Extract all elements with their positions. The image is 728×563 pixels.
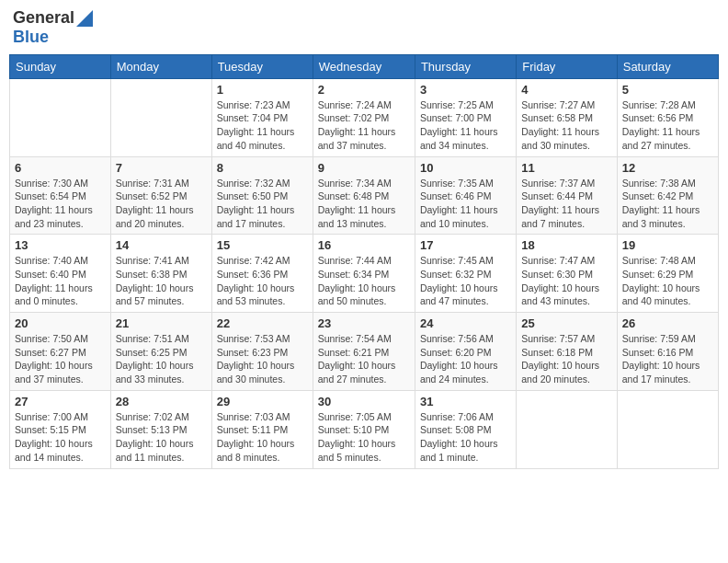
calendar-cell <box>617 390 718 468</box>
day-info: Sunrise: 7:54 AM Sunset: 6:21 PM Dayligh… <box>318 332 410 386</box>
day-number: 18 <box>521 238 611 252</box>
day-info: Sunrise: 7:45 AM Sunset: 6:32 PM Dayligh… <box>420 254 511 308</box>
day-info: Sunrise: 7:28 AM Sunset: 6:56 PM Dayligh… <box>622 98 713 153</box>
day-info: Sunrise: 7:27 AM Sunset: 6:58 PM Dayligh… <box>521 98 611 153</box>
day-info: Sunrise: 7:53 AM Sunset: 6:23 PM Dayligh… <box>217 332 308 386</box>
day-number: 30 <box>318 395 410 408</box>
day-info: Sunrise: 7:34 AM Sunset: 6:48 PM Dayligh… <box>318 177 410 231</box>
day-number: 8 <box>217 161 308 175</box>
day-number: 9 <box>318 161 410 175</box>
day-info: Sunrise: 7:05 AM Sunset: 5:10 PM Dayligh… <box>318 410 410 465</box>
day-info: Sunrise: 7:44 AM Sunset: 6:34 PM Dayligh… <box>318 254 410 308</box>
day-info: Sunrise: 7:06 AM Sunset: 5:08 PM Dayligh… <box>420 410 511 465</box>
day-info: Sunrise: 7:35 AM Sunset: 6:46 PM Dayligh… <box>420 177 511 231</box>
calendar-cell: 12Sunrise: 7:38 AM Sunset: 6:42 PM Dayli… <box>617 156 718 235</box>
day-number: 7 <box>116 161 207 175</box>
calendar-cell: 26Sunrise: 7:59 AM Sunset: 6:16 PM Dayli… <box>617 313 718 391</box>
day-info: Sunrise: 7:37 AM Sunset: 6:44 PM Dayligh… <box>521 177 611 231</box>
day-number: 3 <box>420 83 511 97</box>
logo-blue-text: Blue <box>13 28 49 47</box>
day-info: Sunrise: 7:41 AM Sunset: 6:38 PM Dayligh… <box>116 254 207 308</box>
calendar-day-header: Friday <box>517 54 617 78</box>
day-number: 27 <box>15 395 106 408</box>
day-number: 5 <box>622 83 713 97</box>
calendar-week-row: 27Sunrise: 7:00 AM Sunset: 5:15 PM Dayli… <box>10 390 719 468</box>
day-number: 10 <box>420 161 511 175</box>
day-info: Sunrise: 7:59 AM Sunset: 6:16 PM Dayligh… <box>622 332 713 386</box>
calendar-day-header: Tuesday <box>211 54 313 78</box>
calendar-cell: 11Sunrise: 7:37 AM Sunset: 6:44 PM Dayli… <box>517 156 617 235</box>
day-number: 17 <box>420 238 511 252</box>
day-info: Sunrise: 7:30 AM Sunset: 6:54 PM Dayligh… <box>15 177 106 231</box>
calendar-day-header: Saturday <box>617 54 718 78</box>
header: General Blue <box>9 9 719 47</box>
day-info: Sunrise: 7:23 AM Sunset: 7:04 PM Dayligh… <box>217 98 308 153</box>
day-number: 2 <box>318 83 410 97</box>
calendar-cell: 13Sunrise: 7:40 AM Sunset: 6:40 PM Dayli… <box>10 235 111 313</box>
day-number: 22 <box>217 316 308 330</box>
calendar-cell: 19Sunrise: 7:48 AM Sunset: 6:29 PM Dayli… <box>617 235 718 313</box>
calendar-header-row: SundayMondayTuesdayWednesdayThursdayFrid… <box>10 54 719 78</box>
calendar-day-header: Monday <box>110 54 211 78</box>
day-info: Sunrise: 7:38 AM Sunset: 6:42 PM Dayligh… <box>622 177 713 231</box>
calendar-cell: 3Sunrise: 7:25 AM Sunset: 7:00 PM Daylig… <box>415 78 516 156</box>
day-number: 15 <box>217 238 308 252</box>
day-number: 19 <box>622 238 713 252</box>
calendar-cell: 23Sunrise: 7:54 AM Sunset: 6:21 PM Dayli… <box>313 313 415 391</box>
day-number: 26 <box>622 316 713 330</box>
calendar-table: SundayMondayTuesdayWednesdayThursdayFrid… <box>9 54 719 469</box>
day-info: Sunrise: 7:57 AM Sunset: 6:18 PM Dayligh… <box>521 332 611 386</box>
calendar-cell: 21Sunrise: 7:51 AM Sunset: 6:25 PM Dayli… <box>110 313 211 391</box>
calendar-cell: 27Sunrise: 7:00 AM Sunset: 5:15 PM Dayli… <box>10 390 111 468</box>
calendar-cell: 15Sunrise: 7:42 AM Sunset: 6:36 PM Dayli… <box>211 235 313 313</box>
day-info: Sunrise: 7:42 AM Sunset: 6:36 PM Dayligh… <box>217 254 308 308</box>
day-number: 20 <box>15 316 106 330</box>
calendar-cell: 25Sunrise: 7:57 AM Sunset: 6:18 PM Dayli… <box>517 313 617 391</box>
day-info: Sunrise: 7:32 AM Sunset: 6:50 PM Dayligh… <box>217 177 308 231</box>
calendar-cell <box>110 78 211 156</box>
logo-triangle-icon <box>76 10 93 27</box>
day-number: 31 <box>420 395 511 408</box>
calendar-week-row: 6Sunrise: 7:30 AM Sunset: 6:54 PM Daylig… <box>10 156 719 235</box>
svg-marker-0 <box>76 10 93 27</box>
day-info: Sunrise: 7:31 AM Sunset: 6:52 PM Dayligh… <box>116 177 207 231</box>
calendar-cell: 17Sunrise: 7:45 AM Sunset: 6:32 PM Dayli… <box>415 235 516 313</box>
day-number: 1 <box>217 83 308 97</box>
day-number: 16 <box>318 238 410 252</box>
calendar-week-row: 1Sunrise: 7:23 AM Sunset: 7:04 PM Daylig… <box>10 78 719 156</box>
logo-general-text: General <box>13 9 74 28</box>
day-number: 24 <box>420 316 511 330</box>
day-number: 29 <box>217 395 308 408</box>
day-number: 12 <box>622 161 713 175</box>
day-number: 25 <box>521 316 611 330</box>
calendar-cell: 10Sunrise: 7:35 AM Sunset: 6:46 PM Dayli… <box>415 156 516 235</box>
calendar-cell: 18Sunrise: 7:47 AM Sunset: 6:30 PM Dayli… <box>517 235 617 313</box>
day-info: Sunrise: 7:02 AM Sunset: 5:13 PM Dayligh… <box>116 410 207 465</box>
day-info: Sunrise: 7:51 AM Sunset: 6:25 PM Dayligh… <box>116 332 207 386</box>
calendar-cell: 4Sunrise: 7:27 AM Sunset: 6:58 PM Daylig… <box>517 78 617 156</box>
day-info: Sunrise: 7:03 AM Sunset: 5:11 PM Dayligh… <box>217 410 308 465</box>
calendar-cell: 24Sunrise: 7:56 AM Sunset: 6:20 PM Dayli… <box>415 313 516 391</box>
calendar-day-header: Wednesday <box>313 54 415 78</box>
calendar-day-header: Thursday <box>415 54 516 78</box>
day-info: Sunrise: 7:25 AM Sunset: 7:00 PM Dayligh… <box>420 98 511 153</box>
calendar-cell: 16Sunrise: 7:44 AM Sunset: 6:34 PM Dayli… <box>313 235 415 313</box>
calendar-week-row: 13Sunrise: 7:40 AM Sunset: 6:40 PM Dayli… <box>10 235 719 313</box>
day-number: 21 <box>116 316 207 330</box>
day-info: Sunrise: 7:40 AM Sunset: 6:40 PM Dayligh… <box>15 254 106 308</box>
calendar-cell <box>10 78 111 156</box>
calendar-cell: 9Sunrise: 7:34 AM Sunset: 6:48 PM Daylig… <box>313 156 415 235</box>
calendar-cell: 30Sunrise: 7:05 AM Sunset: 5:10 PM Dayli… <box>313 390 415 468</box>
calendar-cell: 5Sunrise: 7:28 AM Sunset: 6:56 PM Daylig… <box>617 78 718 156</box>
day-info: Sunrise: 7:48 AM Sunset: 6:29 PM Dayligh… <box>622 254 713 308</box>
calendar-cell: 8Sunrise: 7:32 AM Sunset: 6:50 PM Daylig… <box>211 156 313 235</box>
calendar-cell <box>517 390 617 468</box>
day-number: 23 <box>318 316 410 330</box>
day-info: Sunrise: 7:50 AM Sunset: 6:27 PM Dayligh… <box>15 332 106 386</box>
calendar-cell: 14Sunrise: 7:41 AM Sunset: 6:38 PM Dayli… <box>110 235 211 313</box>
day-number: 14 <box>116 238 207 252</box>
logo: General Blue <box>13 9 95 47</box>
calendar-cell: 6Sunrise: 7:30 AM Sunset: 6:54 PM Daylig… <box>10 156 111 235</box>
calendar-cell: 20Sunrise: 7:50 AM Sunset: 6:27 PM Dayli… <box>10 313 111 391</box>
day-number: 4 <box>521 83 611 97</box>
